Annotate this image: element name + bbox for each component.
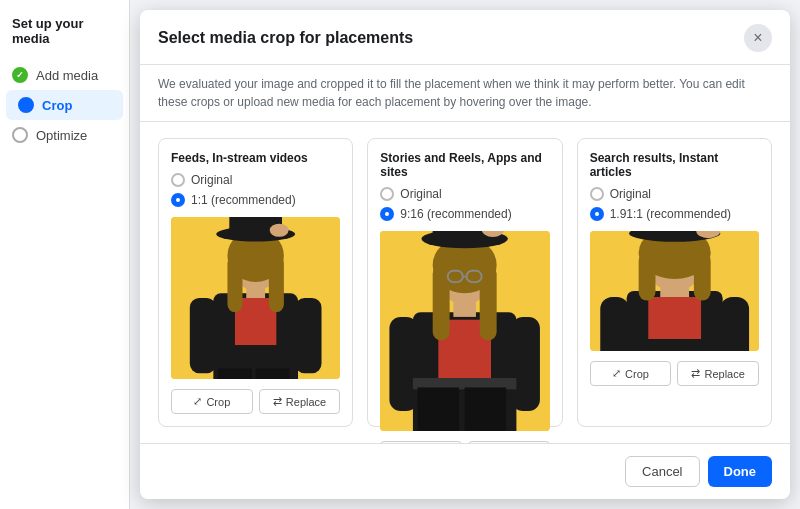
close-button[interactable]: × — [744, 24, 772, 52]
radio-circle-11-feeds — [171, 193, 185, 207]
svg-rect-45 — [600, 297, 629, 351]
placement-card-stories: Stories and Reels, Apps and sites Origin… — [367, 138, 562, 427]
radio-circle-191-search — [590, 207, 604, 221]
radio-group-feeds: Original 1:1 (recommended) — [171, 173, 340, 207]
image-feeds — [171, 217, 340, 379]
modal-title: Select media crop for placements — [158, 29, 413, 47]
image-actions-search: ⤢ Crop ⇄ Replace — [590, 361, 759, 386]
radio-option-original-feeds[interactable]: Original — [171, 173, 340, 187]
radio-option-11-feeds[interactable]: 1:1 (recommended) — [171, 193, 340, 207]
svg-point-10 — [270, 224, 289, 237]
add-media-status-icon — [12, 67, 28, 83]
svg-rect-6 — [227, 256, 242, 312]
placement-card-search: Search results, Instant articles Origina… — [577, 138, 772, 427]
placement-card-feeds: Feeds, In-stream videos Original 1:1 (re… — [158, 138, 353, 427]
replace-button-feeds[interactable]: ⇄ Replace — [259, 389, 341, 414]
radio-circle-original-feeds — [171, 173, 185, 187]
modal-footer: Cancel Done — [140, 443, 790, 499]
crop-icon: ⤢ — [193, 395, 202, 408]
svg-rect-46 — [720, 297, 749, 351]
radio-option-916-stories[interactable]: 9:16 (recommended) — [380, 207, 549, 221]
svg-rect-36 — [648, 297, 701, 339]
modal-description: We evaluated your image and cropped it t… — [140, 65, 790, 122]
image-actions-feeds: ⤢ Crop ⇄ Replace — [171, 389, 340, 414]
sidebar-item-add-media[interactable]: Add media — [0, 60, 129, 90]
radio-option-original-stories[interactable]: Original — [380, 187, 549, 201]
sidebar-title: Set up your media — [0, 16, 129, 60]
replace-icon-search: ⇄ — [691, 367, 700, 380]
sidebar-item-optimize[interactable]: Optimize — [0, 120, 129, 150]
placement-title-stories: Stories and Reels, Apps and sites — [380, 151, 549, 179]
placement-title-search: Search results, Instant articles — [590, 151, 759, 179]
done-button[interactable]: Done — [708, 456, 773, 487]
svg-rect-14 — [256, 369, 290, 379]
radio-circle-916-stories — [380, 207, 394, 221]
svg-rect-13 — [218, 369, 252, 379]
image-stories — [380, 231, 549, 431]
svg-rect-41 — [694, 253, 711, 301]
svg-rect-33 — [465, 387, 506, 431]
radio-circle-original-stories — [380, 187, 394, 201]
cancel-button[interactable]: Cancel — [625, 456, 699, 487]
dialog-area: Select media crop for placements × We ev… — [130, 0, 800, 509]
svg-rect-29 — [390, 317, 418, 411]
radio-option-original-search[interactable]: Original — [590, 187, 759, 201]
crop-icon-search: ⤢ — [612, 367, 621, 380]
sidebar: Set up your media Add media Crop Optimiz… — [0, 0, 130, 509]
sidebar-item-label: Crop — [42, 98, 72, 113]
svg-rect-32 — [418, 387, 459, 431]
modal-body: Feeds, In-stream videos Original 1:1 (re… — [140, 122, 790, 443]
crop-button-search[interactable]: ⤢ Crop — [590, 361, 672, 386]
modal-header: Select media crop for placements × — [140, 10, 790, 65]
replace-icon: ⇄ — [273, 395, 282, 408]
sidebar-item-crop[interactable]: Crop — [6, 90, 123, 120]
optimize-status-icon — [12, 127, 28, 143]
crop-status-icon — [18, 97, 34, 113]
sidebar-item-label: Add media — [36, 68, 98, 83]
radio-circle-original-search — [590, 187, 604, 201]
svg-rect-11 — [190, 298, 216, 373]
svg-rect-40 — [638, 253, 655, 301]
svg-rect-30 — [512, 317, 540, 411]
replace-button-search[interactable]: ⇄ Replace — [677, 361, 759, 386]
radio-group-stories: Original 9:16 (recommended) — [380, 187, 549, 221]
image-search — [590, 231, 759, 351]
radio-option-191-search[interactable]: 1.91:1 (recommended) — [590, 207, 759, 221]
svg-rect-7 — [269, 256, 284, 312]
modal: Select media crop for placements × We ev… — [140, 10, 790, 499]
sidebar-item-label: Optimize — [36, 128, 87, 143]
radio-group-search: Original 1.91:1 (recommended) — [590, 187, 759, 221]
placement-title-feeds: Feeds, In-stream videos — [171, 151, 340, 165]
svg-rect-12 — [295, 298, 321, 373]
crop-button-feeds[interactable]: ⤢ Crop — [171, 389, 253, 414]
